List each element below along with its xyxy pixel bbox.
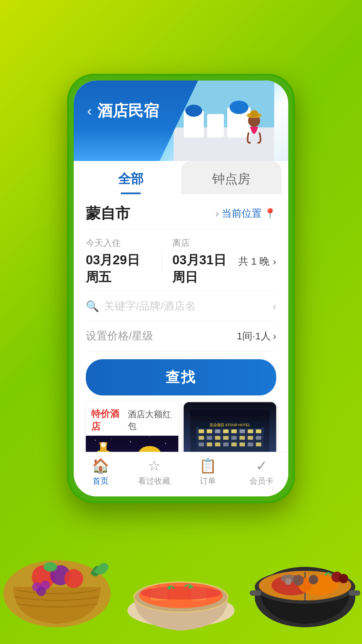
nights-chevron: › (273, 256, 276, 267)
bowl-center-decoration (117, 503, 245, 644)
svg-rect-29 (250, 590, 261, 596)
tabs-bar: 全部 钟点房 (74, 161, 288, 194)
checkout-label: 离店 (172, 237, 238, 249)
filter-label: 设置价格/星级 (86, 329, 153, 343)
search-input-row[interactable]: 🔍 关键字/品牌/酒店名 › (86, 291, 276, 321)
svg-point-4 (44, 562, 57, 572)
saved-icon: ☆ (148, 459, 161, 473)
checkin-block[interactable]: 今天入住 03月29日 周五 (86, 237, 152, 286)
content-area: 蒙自市 › 当前位置 📍 今天入住 03月29日 周五 离店 (74, 194, 288, 452)
filter-chevron: › (273, 330, 276, 342)
svg-rect-78 (248, 436, 253, 440)
special-hotel-card[interactable]: 特价酒店 酒店大额红包 (86, 402, 178, 452)
svg-rect-85 (239, 442, 245, 446)
atour-building-svg: 亚朵酒店 ATOUR HOTEL (190, 402, 269, 452)
basket-left-decoration (0, 493, 121, 644)
svg-rect-63 (196, 427, 264, 452)
hotpot-right-decoration (241, 493, 362, 644)
checkin-date: 03月29日 周五 (86, 252, 152, 286)
nav-saved-label: 看过收藏 (138, 476, 170, 486)
page-title: 酒店民宿 (97, 101, 159, 121)
atour-hotel-card[interactable]: 亚朵酒店 ATOUR HOTEL 📍 距您直线3.6km ♛ 亚朵酒店 经济型酒… (184, 402, 276, 452)
header-nav: ‹ 酒店民宿 (87, 101, 159, 121)
svg-rect-84 (231, 442, 237, 446)
location-right: › 当前位置 📍 (215, 207, 276, 220)
svg-point-21 (272, 575, 312, 595)
svg-point-26 (309, 575, 318, 584)
svg-point-37 (230, 101, 248, 114)
back-button[interactable]: ‹ (87, 104, 92, 118)
filter-row[interactable]: 设置价格/星级 1间·1人 › (86, 321, 276, 351)
hongbao-subtitle: 酒店大额红包 (128, 409, 173, 432)
svg-rect-71 (256, 429, 261, 433)
svg-rect-76 (231, 436, 237, 440)
svg-point-18 (255, 567, 355, 627)
svg-rect-72 (198, 436, 204, 440)
nav-home[interactable]: 🏠 首页 (74, 459, 127, 486)
svg-rect-83 (223, 442, 229, 446)
santorini-scene (160, 80, 288, 161)
svg-point-6 (41, 581, 50, 590)
svg-point-40 (250, 110, 258, 118)
svg-rect-13 (191, 588, 206, 600)
date-row[interactable]: 今天入住 03月29日 周五 离店 03月31日 周日 共 1 晚 › (86, 229, 276, 291)
svg-point-1 (32, 565, 55, 589)
svg-point-15 (168, 586, 171, 590)
svg-point-36 (185, 105, 202, 117)
phone-screen: ‹ 酒店民宿 全部 钟点房 蒙自市 › 当前位置 📍 (74, 80, 288, 496)
svg-point-2 (50, 565, 70, 585)
svg-point-10 (139, 583, 223, 608)
room-info: 1间·1人 › (237, 329, 276, 343)
city-name: 蒙自市 (86, 204, 130, 223)
date-divider (162, 252, 162, 272)
search-icon: 🔍 (86, 300, 99, 313)
nav-saved[interactable]: ☆ 看过收藏 (127, 459, 181, 486)
chevron-icon: › (215, 207, 219, 220)
svg-point-43 (95, 440, 96, 441)
svg-rect-34 (207, 114, 224, 138)
home-icon: 🏠 (92, 459, 109, 473)
svg-point-23 (281, 575, 296, 583)
tab-all[interactable]: 全部 (80, 161, 181, 194)
svg-point-8 (127, 594, 235, 627)
svg-point-9 (134, 582, 228, 612)
svg-point-16 (189, 585, 192, 589)
svg-rect-66 (215, 429, 220, 433)
checkout-block[interactable]: 离店 03月31日 周日 (172, 237, 238, 286)
svg-point-3 (64, 569, 83, 588)
svg-rect-79 (256, 436, 261, 440)
special-tag: 特价酒店 (91, 408, 124, 433)
header-bg-image (160, 80, 288, 161)
header-area: ‹ 酒店民宿 (74, 80, 288, 161)
current-location-button[interactable]: 当前位置 📍 (222, 207, 276, 220)
svg-rect-70 (248, 429, 253, 433)
svg-point-22 (298, 575, 339, 595)
svg-text:亚朵酒店 ATOUR HOTEL: 亚朵酒店 ATOUR HOTEL (209, 423, 251, 427)
nav-orders[interactable]: 📋 订单 (181, 459, 235, 486)
pin-icon: 📍 (264, 208, 276, 219)
svg-rect-80 (198, 442, 204, 446)
search-placeholder: 关键字/品牌/酒店名 (104, 299, 268, 314)
search-chevron: › (273, 300, 276, 313)
location-row[interactable]: 蒙自市 › 当前位置 📍 (86, 194, 276, 229)
svg-rect-67 (223, 429, 229, 433)
checkout-date: 03月31日 周日 (172, 252, 238, 286)
svg-point-54 (101, 442, 106, 447)
tab-hourly[interactable]: 钟点房 (181, 161, 282, 194)
svg-point-46 (149, 437, 150, 437)
svg-point-44 (111, 438, 112, 439)
svg-point-7 (37, 587, 46, 596)
svg-rect-75 (223, 436, 229, 440)
nav-orders-label: 订单 (200, 476, 216, 486)
svg-rect-64 (198, 429, 204, 433)
search-button[interactable]: 查找 (86, 359, 276, 395)
nav-membership[interactable]: ✓ 会员卡 (235, 459, 288, 486)
svg-rect-30 (349, 590, 360, 596)
svg-rect-24 (286, 579, 291, 585)
bottom-navigation: 🏠 首页 ☆ 看过收藏 📋 订单 ✓ 会员卡 (74, 452, 288, 496)
special-hotel-image (86, 436, 178, 452)
svg-rect-74 (215, 436, 220, 440)
svg-rect-77 (239, 436, 245, 440)
svg-point-0 (3, 560, 111, 627)
special-card-header: 特价酒店 酒店大额红包 (86, 402, 178, 436)
